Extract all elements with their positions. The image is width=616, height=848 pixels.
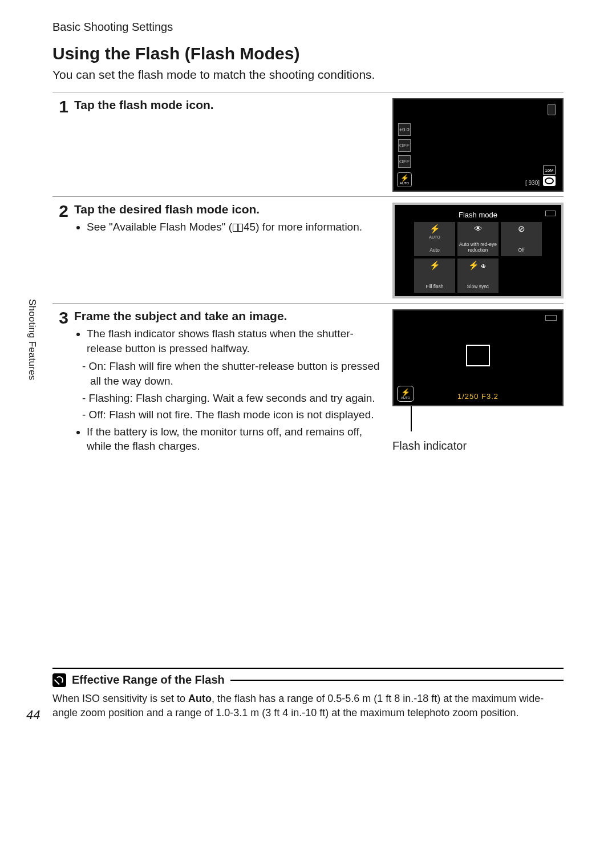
camera-screen-1: ±0.0 OFF OFF ⚡ AUTO 16M [ 930] <box>392 98 564 192</box>
flash-option-redeye[interactable]: 👁 Auto with red-eye reduction <box>457 222 499 256</box>
step-2-body: See "Available Flash Modes" (45) for mor… <box>74 220 362 235</box>
flash-off-icon: ⊘ <box>518 224 525 234</box>
step-2-text: 2 Tap the desired flash mode icon. See "… <box>52 203 384 298</box>
resolution-badge: 16M <box>543 165 556 175</box>
flash-indicator-icon: ⚡ AUTO <box>397 386 414 402</box>
step-2: 2 Tap the desired flash mode icon. See "… <box>52 203 564 298</box>
callout-line <box>411 406 412 431</box>
macro-badge: OFF <box>398 139 411 152</box>
step-1-figure: ±0.0 OFF OFF ⚡ AUTO 16M [ 930] <box>392 98 564 192</box>
flash-mode-grid: ⚡ AUTO Auto 👁 Auto with red-eye reductio… <box>414 222 542 293</box>
camera-mode-icon <box>543 176 556 186</box>
camera-screen-3: 1/250 F3.2 ⚡ AUTO <box>392 309 564 406</box>
page-number: 44 <box>26 708 40 722</box>
step-2-bullet: See "Available Flash Modes" (45) for mor… <box>87 220 362 235</box>
flash-mode-menu-title: Flash mode <box>395 211 561 219</box>
page-title: Using the Flash (Flash Modes) <box>52 44 564 63</box>
step-3-dash-2: Flashing: Flash charging. Wait a few sec… <box>82 391 384 406</box>
flash-mode-button[interactable]: ⚡ AUTO <box>397 172 412 187</box>
flash-auto-text: AUTO <box>400 181 410 185</box>
flash-auto-icon: ⚡ <box>429 224 440 234</box>
step-3-figure: 1/250 F3.2 ⚡ AUTO Flash indicator <box>392 309 564 457</box>
step-2-number: 2 <box>52 203 68 220</box>
divider <box>52 92 564 92</box>
note-body: When ISO sensitivity is set to Auto, the… <box>52 692 564 720</box>
step-1-number: 1 <box>52 98 68 115</box>
slow-sync-icon: ⚡🜨 <box>468 261 488 270</box>
exposure-info: 1/250 F3.2 <box>394 392 562 401</box>
step-2-figure: Flash mode ⚡ AUTO Auto 👁 Auto with red-e… <box>392 203 564 298</box>
step-3-title: Frame the subject and take an image. <box>74 309 384 323</box>
step-3-text: 3 Frame the subject and take an image. T… <box>52 309 384 457</box>
intro-text: You can set the flash mode to match the … <box>52 68 564 82</box>
step-3-bullet-2: If the battery is low, the monitor turns… <box>87 425 384 454</box>
step-3-body: The flash indicator shows flash status w… <box>74 326 384 454</box>
ev-badge: ±0.0 <box>398 123 411 136</box>
focus-area <box>466 345 490 366</box>
note-icon <box>52 673 66 687</box>
flash-option-off[interactable]: ⊘ Off <box>501 222 542 256</box>
fill-flash-icon: ⚡ <box>429 261 440 270</box>
step-3-dash-3: Off: Flash will not fire. The flash mode… <box>82 407 384 422</box>
timer-badge: OFF <box>398 155 411 168</box>
flash-option-fill[interactable]: ⚡ Fill flash <box>414 259 455 293</box>
battery-icon <box>548 104 556 115</box>
step-3: 3 Frame the subject and take an image. T… <box>52 309 564 457</box>
page-ref-icon <box>233 224 243 232</box>
note-title: Effective Range of the Flash <box>72 673 225 687</box>
battery-icon <box>545 211 556 216</box>
flash-bolt-icon: ⚡ <box>401 389 410 396</box>
flash-option-slowsync[interactable]: ⚡🜨 Slow sync <box>457 259 499 293</box>
flash-indicator-label: Flash indicator <box>392 439 564 453</box>
step-1-text: 1 Tap the flash mode icon. <box>52 98 384 192</box>
divider <box>52 303 564 304</box>
flash-bolt-icon: ⚡ <box>400 175 409 181</box>
step-2-title: Tap the desired flash mode icon. <box>74 203 362 216</box>
redeye-icon: 👁 <box>474 224 483 234</box>
step-1: 1 Tap the flash mode icon. ±0.0 OFF OFF … <box>52 98 564 192</box>
divider <box>52 196 564 197</box>
section-tab: Shooting Features <box>26 299 38 380</box>
step-1-title: Tap the flash mode icon. <box>74 98 214 112</box>
step-3-number: 3 <box>52 309 68 326</box>
flash-option-auto[interactable]: ⚡ AUTO Auto <box>414 222 455 256</box>
battery-icon <box>545 315 557 321</box>
step-3-dash-1: On: Flash will fire when the shutter-rel… <box>82 359 384 388</box>
breadcrumb: Basic Shooting Settings <box>52 21 564 34</box>
note-rule <box>230 680 564 681</box>
flash-mode-menu: Flash mode ⚡ AUTO Auto 👁 Auto with red-e… <box>392 203 564 298</box>
page: Basic Shooting Settings Using the Flash … <box>0 0 616 484</box>
shots-remaining: [ 930] <box>525 180 540 186</box>
note-box: Effective Range of the Flash When ISO se… <box>52 668 564 720</box>
step-3-bullet-1: The flash indicator shows flash status w… <box>87 326 384 356</box>
